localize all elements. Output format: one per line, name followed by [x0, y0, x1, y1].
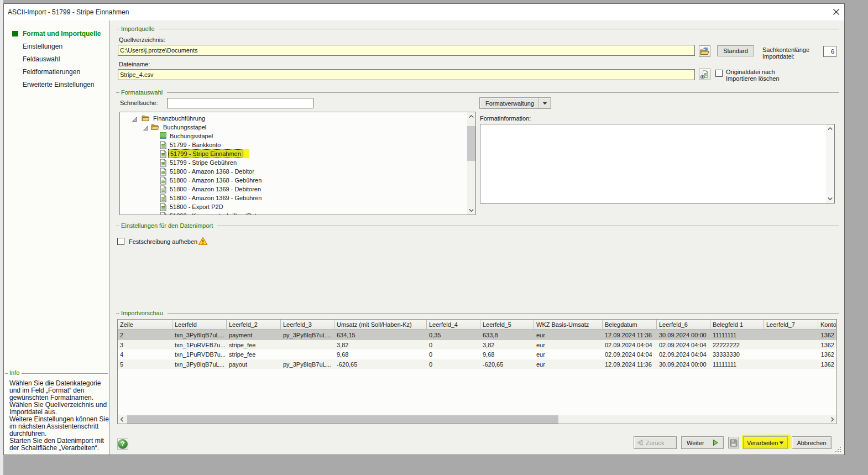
tree-item[interactable]: 51800 - Amazon 1369 - Debitoren — [120, 185, 467, 194]
document-icon — [160, 212, 166, 215]
tree-item-label: 51799 - Stripe Gebühren — [168, 158, 238, 167]
festschreibung-checkbox[interactable] — [117, 238, 124, 245]
tree-item-label: Buchungsstapel — [161, 123, 208, 132]
dateiname-input[interactable]: Stripe_4.csv — [118, 69, 695, 80]
tree-expander-icon[interactable] — [132, 116, 137, 123]
dropdown-arrow-icon — [539, 102, 551, 105]
sidebar-item-einstellungen[interactable]: Einstellungen — [4, 42, 109, 51]
formatverwaltung-button[interactable]: Formatverwaltung — [479, 97, 551, 109]
tree-item[interactable]: 51800 - Amazon 1368 - Gebühren — [120, 176, 467, 185]
column-header[interactable]: Leerfeld — [172, 320, 227, 329]
scroll-down-icon[interactable] — [826, 195, 834, 203]
abbrechen-button[interactable]: Abbrechen — [792, 436, 832, 449]
sidebar-item-format-und-importquelle[interactable]: Format und Importquelle — [4, 29, 109, 38]
table-cell: py_3Py8IqB7uL... — [281, 330, 334, 340]
column-header[interactable]: Leerfeld_4 — [427, 320, 480, 329]
table-cell: 9,68 — [480, 349, 534, 359]
weiter-button[interactable]: Weiter — [681, 436, 724, 449]
browse-folder-button[interactable] — [699, 45, 710, 57]
table-cell: 33333330 — [710, 349, 764, 359]
tree-expander-icon[interactable] — [143, 125, 148, 132]
table-cell: 0,35 — [427, 330, 480, 340]
formatinformation-box[interactable] — [480, 124, 835, 203]
quellverzeichnis-label: Quellverzeichnis: — [119, 36, 165, 43]
column-header[interactable]: Konto — [818, 320, 836, 329]
table-row[interactable]: 2txn_3Py8IqB7uL...paymentpy_3Py8IqB7uL..… — [118, 330, 836, 340]
label-line: Originaldatei nach — [726, 69, 780, 75]
wizard-steps-sidebar: Format und Importquelle Einstellungen Fe… — [4, 20, 109, 455]
standard-button[interactable]: Standard — [717, 45, 754, 56]
preview-file-button[interactable] — [699, 69, 710, 80]
tree-item[interactable]: 51799 - Bankkonto — [120, 140, 467, 149]
column-header[interactable]: Leerfeld_2 — [227, 320, 281, 329]
sidebar-item-erweiterte-einstellungen[interactable]: Erweiterte Einstellungen — [4, 80, 109, 89]
scroll-up-icon[interactable] — [467, 112, 475, 121]
tree-scrollbar-thumb[interactable] — [467, 126, 475, 161]
column-header[interactable]: Leerfeld_7 — [764, 320, 818, 329]
tree-item[interactable]: 51800 - Export P2D — [120, 202, 467, 211]
tree-scrollbar[interactable] — [467, 112, 475, 215]
title-bar[interactable]: ASCII-Import - 51799 - Stripe Einnahmen — [4, 4, 844, 20]
scroll-up-icon[interactable] — [826, 124, 834, 133]
column-header[interactable]: Umsatz (mit Soll/Haben-Kz) — [334, 320, 427, 329]
table-cell: 4 — [118, 349, 172, 359]
originaldatei-checkbox[interactable] — [715, 70, 723, 77]
quellverzeichnis-input[interactable]: C:\Users\j.protze\Documents — [118, 45, 695, 56]
table-cell: txn_1PuRVDB7u... — [172, 349, 227, 359]
tree-item-label: 51800 - Amazon 1368 - Gebühren — [168, 176, 263, 185]
table-horizontal-scrollbar[interactable] — [118, 415, 836, 424]
table-cell: 634,15 — [334, 330, 427, 340]
tree-item[interactable]: 51800 - Amazon 1368 - Debitor — [120, 167, 467, 176]
svg-text:?: ? — [121, 440, 124, 448]
table-cell: 02.09.2024 04:04 — [657, 340, 710, 350]
einstellungen-group-label: Einstellungen für den Datenimport — [119, 222, 217, 229]
tree-item[interactable]: 51800 - Kassengutschriften /Retouren — [120, 211, 467, 215]
sidebar-item-feldauswahl[interactable]: Feldauswahl — [4, 55, 109, 64]
column-header[interactable]: WKZ Basis-Umsatz — [534, 320, 603, 329]
scroll-left-icon[interactable] — [118, 415, 126, 424]
scroll-down-icon[interactable] — [467, 206, 475, 215]
table-row[interactable]: 5txn_3Py8IqB7uL...payoutpy_3Py8IqB7uL...… — [118, 359, 836, 369]
table-cell: txn_3Py8IqB7uL... — [172, 330, 227, 340]
label-line: Importieren löschen — [726, 75, 780, 82]
tree-item-label: 51800 - Amazon 1368 - Debitor — [168, 167, 256, 176]
tree-item[interactable]: Buchungsstapel — [120, 123, 467, 132]
table-cell: 0 — [427, 359, 480, 369]
table-scrollbar-thumb[interactable] — [127, 415, 558, 424]
table-row[interactable]: 3txn_1PuRVEB7u...stripe_fee3,8203,82eur0… — [118, 340, 836, 350]
resize-grip[interactable] — [835, 447, 842, 453]
button-label: Abbrechen — [797, 440, 826, 446]
column-header[interactable]: Leerfeld_3 — [281, 320, 334, 329]
tree-item[interactable]: 51799 - Stripe Gebühren — [120, 158, 467, 167]
tree-item[interactable]: Finanzbuchführung — [120, 114, 467, 123]
table-cell — [764, 359, 818, 369]
tree-item[interactable]: Buchungsstapel — [120, 132, 467, 140]
formatinfo-scrollbar[interactable] — [826, 124, 834, 203]
table-cell: 11111111 — [710, 359, 764, 369]
window-title: ASCII-Import - 51799 - Stripe Einnahmen — [8, 8, 129, 16]
schnellsuche-input[interactable] — [167, 98, 313, 108]
tree-item[interactable]: 51800 - Amazon 1369 - Gebühren — [120, 194, 467, 202]
sachkontenlaenge-input[interactable]: 6 — [823, 46, 836, 57]
tree-item-label: 51800 - Amazon 1369 - Debitoren — [168, 185, 263, 194]
tree-item-label: 51799 - Stripe Einnahmen — [168, 149, 243, 158]
verarbeiten-button[interactable]: Verarbeiten — [743, 436, 788, 449]
save-button[interactable] — [728, 437, 739, 448]
scroll-right-icon[interactable] — [828, 415, 836, 424]
sidebar-item-label: Feldformatierungen — [23, 68, 80, 76]
table-row[interactable]: 4txn_1PuRVDB7u...stripe_fee9,6809,68eur0… — [118, 349, 836, 359]
help-button[interactable]: ? — [117, 439, 128, 450]
floppy-disk-icon — [730, 439, 738, 447]
zurueck-button[interactable]: Zurück — [634, 436, 677, 449]
sidebar-item-feldformatierungen[interactable]: Feldformatierungen — [4, 67, 109, 76]
close-button[interactable] — [832, 8, 841, 17]
table-cell: 1362 — [818, 330, 836, 340]
column-header[interactable]: Leerfeld_5 — [480, 320, 534, 329]
column-header[interactable]: Belegfeld 1 — [710, 320, 764, 329]
tree-item[interactable]: 51799 - Stripe Einnahmen — [120, 149, 467, 158]
table-cell: 2 — [118, 330, 172, 340]
column-header[interactable]: Belegdatum — [603, 320, 657, 329]
button-label: Weiter — [687, 440, 704, 446]
column-header[interactable]: Leerfeld_6 — [657, 320, 710, 329]
column-header[interactable]: Zeile — [118, 320, 172, 329]
